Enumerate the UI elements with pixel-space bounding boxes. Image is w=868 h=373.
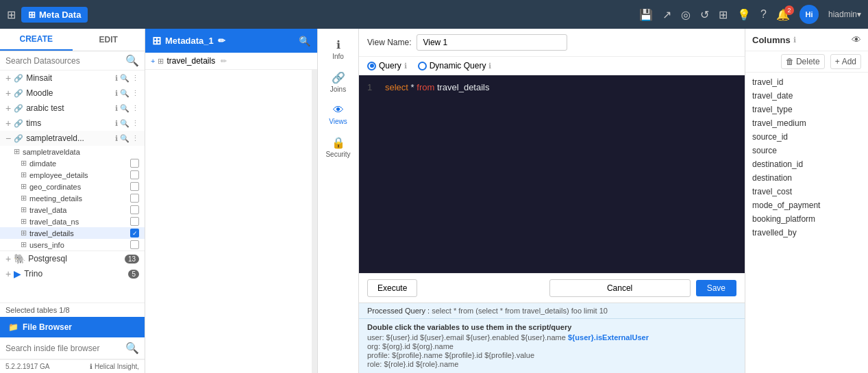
sub-table-icon: ⊞: [158, 57, 164, 66]
child-name: employee_details: [29, 171, 127, 179]
views-label: Views: [329, 118, 347, 125]
link-icon: 🔗: [14, 74, 23, 83]
security-panel-item[interactable]: 🔒 Security: [321, 132, 356, 162]
grid-icon[interactable]: ⊞: [719, 8, 728, 21]
share-icon[interactable]: ↗: [662, 8, 671, 21]
main-layout: CREATE EDIT 🔍 + 🔗 Minsait ℹ 🔍 ⋮ + 🔗 Mood…: [0, 29, 868, 373]
lightbulb-icon[interactable]: 💡: [737, 8, 751, 21]
list-item[interactable]: + 🔗 tims ℹ 🔍 ⋮: [0, 116, 145, 131]
trash-icon: 🗑: [786, 57, 794, 66]
dynamic-query-label: Dynamic Query: [430, 61, 486, 70]
search-datasources-icon[interactable]: 🔍: [125, 54, 139, 67]
help-icon[interactable]: ?: [760, 8, 767, 21]
list-item: source_id: [745, 130, 868, 144]
add-icon: +: [5, 73, 11, 83]
search-file-icon[interactable]: 🔍: [125, 342, 139, 355]
list-item[interactable]: ⊞ geo_cordinates: [0, 181, 145, 192]
github-icon[interactable]: ◎: [681, 8, 691, 21]
tab-edit[interactable]: EDIT: [73, 29, 145, 51]
list-item-expanded[interactable]: − 🔗 sampletraveld... ℹ 🔍 ⋮: [0, 131, 145, 146]
home-icon[interactable]: ⊞: [7, 8, 16, 21]
list-item-selected[interactable]: ⊞ travel_details ✓: [0, 227, 145, 239]
ds-action-icons: ℹ 🔍 ⋮: [115, 89, 139, 98]
checkbox-checked[interactable]: ✓: [130, 229, 139, 237]
child-name: sampletraveldata: [23, 148, 139, 156]
bell-icon-wrap[interactable]: 🔔2: [776, 8, 790, 21]
child-name: travel_details: [29, 229, 127, 237]
ds-name: tims: [26, 118, 112, 128]
list-item: travelled_by: [745, 226, 868, 240]
checkbox[interactable]: [130, 240, 139, 249]
child-name: travel_data: [29, 206, 127, 214]
file-browser-label: File Browser: [23, 322, 72, 332]
keyword-star: *: [411, 82, 417, 92]
table-icon: ⊞: [21, 240, 27, 249]
checkbox[interactable]: [130, 217, 139, 226]
list-item[interactable]: ⊞ sampletraveldata: [0, 146, 145, 157]
brand-grid-icon: ⊞: [28, 10, 36, 20]
add-column-button[interactable]: + Add: [830, 54, 861, 69]
add-icon: +: [5, 118, 11, 129]
edit-title-icon[interactable]: ✏: [218, 36, 225, 46]
keyword-from: from: [417, 82, 434, 92]
add-icon: +: [5, 268, 11, 279]
list-item[interactable]: + 🔗 arabic test ℹ 🔍 ⋮: [0, 101, 145, 116]
cancel-button[interactable]: Cancel: [549, 279, 691, 297]
middle-panel: ⊞ Metadata_1 ✏ 🔍 + ⊞ travel_details ✏: [145, 29, 318, 373]
variables-hint: Double click the variables to use them i…: [359, 318, 745, 373]
profile-vars-line: profile: ${profile}.name ${profile}.id $…: [367, 351, 736, 359]
list-item[interactable]: + 🐘 Postgresql 13: [0, 250, 145, 266]
list-item[interactable]: ⊞ dimdate: [0, 157, 145, 169]
tab-create[interactable]: CREATE: [0, 29, 73, 51]
search-meta-icon[interactable]: 🔍: [299, 36, 310, 47]
table-icon: ⊞: [14, 147, 20, 156]
checkbox[interactable]: [130, 170, 139, 179]
processed-query-value: select * from (select * from travel_deta…: [432, 307, 608, 315]
save-button[interactable]: Save: [696, 280, 736, 296]
views-icon: 👁: [333, 104, 344, 116]
execute-button[interactable]: Execute: [367, 279, 417, 297]
list-item[interactable]: + ▶ Trino 5: [0, 266, 145, 281]
brand-label: ⊞ Meta Data: [21, 7, 88, 23]
user-label[interactable]: hiadmin▾: [828, 10, 861, 19]
scrollbar[interactable]: [312, 70, 317, 373]
query-radio-option[interactable]: Query ℹ: [367, 61, 407, 70]
link-icon: 🔗: [14, 134, 23, 143]
list-item: travel_medium: [745, 116, 868, 130]
child-name: meeting_details: [29, 194, 127, 203]
list-item[interactable]: ⊞ employee_details: [0, 169, 145, 181]
info-panel-item[interactable]: ℹ Info: [321, 34, 356, 64]
list-item[interactable]: ⊞ travel_data: [0, 204, 145, 216]
refresh-icon[interactable]: ↺: [700, 8, 709, 21]
list-item[interactable]: + 🔗 Minsait ℹ 🔍 ⋮: [0, 70, 145, 86]
user-avatar[interactable]: Hi: [799, 5, 819, 24]
checkbox[interactable]: [130, 205, 139, 214]
delete-column-button[interactable]: 🗑 Delete: [781, 54, 825, 69]
save-icon[interactable]: 💾: [639, 8, 653, 21]
keyword-select: select: [385, 82, 408, 92]
sub-edit-icon[interactable]: ✏: [221, 57, 227, 66]
eye-icon[interactable]: 👁: [852, 34, 861, 45]
search-file-browser: 🔍: [0, 337, 145, 359]
child-name: dimdate: [29, 159, 127, 168]
views-panel-item[interactable]: 👁 Views: [321, 100, 356, 129]
code-content: select * from travel_details: [385, 82, 490, 92]
add-table-icon[interactable]: +: [151, 57, 155, 65]
file-browser-button[interactable]: 📁 File Browser: [0, 317, 145, 337]
checkbox[interactable]: [130, 182, 139, 191]
list-item[interactable]: ⊞ meeting_details: [0, 192, 145, 204]
table-icon: ⊞: [21, 182, 27, 191]
search-file-input[interactable]: [5, 344, 123, 353]
topbar-right: 💾 ↗ ◎ ↺ ⊞ 💡 ? 🔔2 Hi hiadmin▾: [639, 5, 861, 24]
code-editor[interactable]: 1 select * from travel_details: [359, 75, 745, 273]
search-datasources: 🔍: [0, 51, 145, 70]
list-item[interactable]: ⊞ users_info: [0, 239, 145, 250]
search-datasources-input[interactable]: [5, 56, 123, 66]
joins-panel-item[interactable]: 🔗 Joins: [321, 67, 356, 97]
list-item[interactable]: + 🔗 Moodle ℹ 🔍 ⋮: [0, 86, 145, 101]
dynamic-query-radio-option[interactable]: Dynamic Query ℹ: [418, 61, 492, 70]
view-name-input[interactable]: [417, 34, 567, 51]
checkbox[interactable]: [130, 159, 139, 168]
list-item[interactable]: ⊞ travel_data_ns: [0, 216, 145, 227]
checkbox[interactable]: [130, 194, 139, 203]
